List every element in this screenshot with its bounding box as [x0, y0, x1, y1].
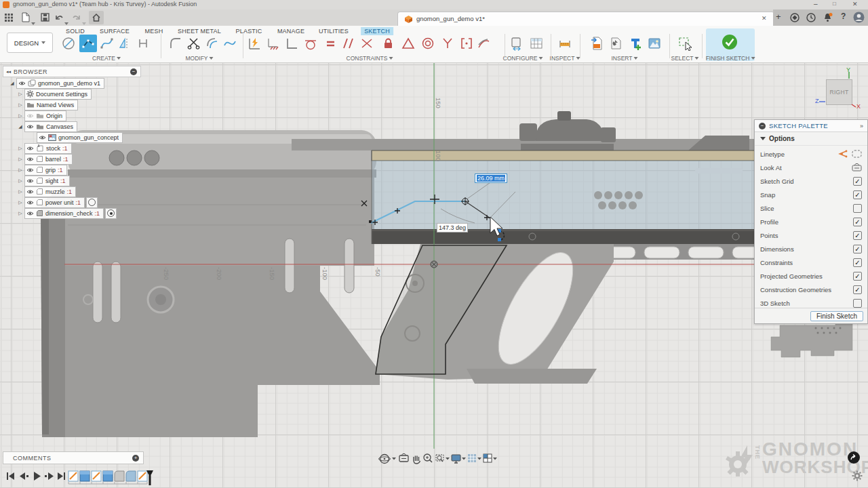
- step-forward-icon[interactable]: [45, 472, 54, 480]
- timeline-feature-fillet[interactable]: [115, 471, 124, 481]
- eye-icon[interactable]: [26, 157, 34, 162]
- expander-icon[interactable]: ▷: [16, 167, 24, 173]
- tangent-icon[interactable]: [302, 35, 319, 52]
- help-icon[interactable]: ?: [841, 12, 846, 21]
- expander-expanded-icon[interactable]: ◢: [16, 124, 24, 129]
- group-select[interactable]: SELECT: [671, 55, 698, 62]
- expander-icon[interactable]: ▷: [16, 200, 24, 205]
- eye-icon[interactable]: [26, 211, 34, 216]
- 3d-sketch-checkbox[interactable]: [853, 299, 862, 308]
- look-at-icon[interactable]: [852, 163, 862, 171]
- axis-y-label[interactable]: Y: [846, 66, 850, 73]
- job-status-icon[interactable]: [806, 13, 816, 22]
- file-menu-icon[interactable]: [22, 12, 30, 22]
- palette-header[interactable]: − SKETCH PALETTE »: [755, 120, 867, 132]
- zoom-icon[interactable]: [424, 454, 432, 462]
- create-circle-icon[interactable]: [60, 35, 77, 52]
- close-tab-icon[interactable]: ✕: [762, 15, 767, 22]
- group-constraints[interactable]: CONSTRAINTS: [347, 55, 393, 62]
- axis-x-label[interactable]: X: [856, 103, 861, 110]
- perpendicular-triangle-icon[interactable]: [399, 35, 417, 52]
- browser-item-document-settings[interactable]: ▷ Document Settings: [16, 89, 92, 99]
- configuration-table-icon[interactable]: [528, 35, 545, 52]
- display-settings-icon[interactable]: [452, 455, 460, 463]
- browser-item-root[interactable]: ◢ gnomon_gun_demo v1: [8, 78, 104, 88]
- insert-mesh-icon[interactable]: [607, 35, 625, 52]
- close-button[interactable]: ✕: [852, 1, 858, 7]
- insert-svg-icon[interactable]: [588, 35, 606, 52]
- modify-trim-icon[interactable]: [185, 35, 203, 52]
- eye-icon[interactable]: [18, 81, 26, 86]
- browser-item-named-views[interactable]: ▷ Named Views: [16, 100, 78, 110]
- comments-options-icon[interactable]: +: [132, 455, 139, 462]
- dimensions-checkbox[interactable]: ✓: [853, 245, 862, 253]
- group-finish-sketch[interactable]: FINISH SKETCH: [706, 55, 755, 62]
- browser-item-sight[interactable]: ▷ sight:1: [16, 176, 70, 186]
- fit-icon[interactable]: [436, 455, 443, 462]
- skip-start-icon[interactable]: [7, 472, 14, 480]
- design-workspace-menu[interactable]: DESIGN: [7, 33, 53, 53]
- viewports-caret[interactable]: [493, 458, 497, 460]
- sketch-dimension-icon[interactable]: [245, 35, 263, 52]
- palette-options-icon[interactable]: −: [759, 123, 766, 129]
- collinear-icon[interactable]: [358, 35, 376, 52]
- comments-panel[interactable]: COMMENTS +: [3, 451, 144, 464]
- profile-avatar[interactable]: [853, 12, 865, 23]
- eye-icon[interactable]: [39, 135, 46, 140]
- options-section-header[interactable]: Options: [755, 132, 867, 146]
- dimension-input[interactable]: 26.09 mm: [475, 174, 507, 183]
- expander-icon[interactable]: ▷: [16, 113, 24, 119]
- curvature-icon[interactable]: [475, 35, 493, 52]
- timeline-feature-extrude[interactable]: [80, 471, 90, 481]
- finish-sketch-button[interactable]: Finish Sketch: [810, 311, 863, 321]
- browser-item-stock[interactable]: ▷ stock:1: [16, 143, 72, 153]
- eye-icon[interactable]: [26, 146, 34, 151]
- display-caret[interactable]: [462, 458, 466, 460]
- coincident-icon[interactable]: [439, 35, 456, 52]
- data-panel-grid-icon[interactable]: [4, 13, 14, 22]
- points-checkbox[interactable]: ✓: [853, 231, 862, 240]
- timeline-feature-sketch[interactable]: [138, 471, 147, 481]
- save-icon[interactable]: [41, 13, 50, 22]
- axis-z-label[interactable]: Z: [815, 98, 819, 104]
- eye-icon[interactable]: [26, 178, 34, 184]
- expander-expanded-icon[interactable]: ◢: [8, 81, 16, 86]
- eye-icon[interactable]: [26, 124, 34, 129]
- orbit-icon[interactable]: [379, 455, 391, 464]
- expander-icon[interactable]: ▷: [16, 189, 24, 195]
- modify-curve-icon[interactable]: [221, 35, 239, 52]
- document-tab[interactable]: gnomon_gun_demo v1* ✕: [397, 12, 774, 26]
- minimize-button[interactable]: –: [814, 0, 818, 7]
- group-inspect[interactable]: INSPECT: [550, 55, 580, 62]
- timeline-feature-extrude[interactable]: [103, 471, 113, 481]
- finish-sketch-icon[interactable]: [721, 33, 738, 51]
- look-at-nav-icon[interactable]: [399, 454, 408, 462]
- eye-icon[interactable]: [26, 167, 34, 173]
- activate-radio-unchecked[interactable]: [86, 197, 98, 208]
- measure-icon[interactable]: [556, 35, 574, 52]
- expander-icon[interactable]: ▷: [16, 92, 24, 97]
- group-modify[interactable]: MODIFY: [185, 55, 213, 62]
- modify-offset-icon[interactable]: [203, 35, 221, 52]
- browser-item-dimension-check[interactable]: ▷ dimension_check:1: [16, 208, 117, 218]
- create-slot-icon[interactable]: [134, 35, 152, 52]
- notifications-bell-icon[interactable]: [823, 12, 833, 23]
- eye-icon[interactable]: [26, 200, 34, 205]
- construction-linetype-icon[interactable]: [837, 150, 848, 158]
- horizontal-vertical-icon[interactable]: [283, 35, 300, 52]
- create-mirror-icon[interactable]: [116, 35, 134, 52]
- home-button[interactable]: [89, 11, 104, 24]
- configure-icon[interactable]: [508, 35, 526, 52]
- slice-checkbox[interactable]: [853, 204, 862, 213]
- eye-hidden-icon[interactable]: [26, 113, 34, 119]
- step-back-icon[interactable]: [20, 472, 28, 480]
- projected-geometries-checkbox[interactable]: ✓: [853, 272, 862, 281]
- skip-end-icon[interactable]: [58, 472, 65, 480]
- grid-settings-icon[interactable]: [468, 454, 476, 462]
- centerline-linetype-icon[interactable]: [852, 150, 862, 158]
- sketch-grid-checkbox[interactable]: ✓: [853, 177, 862, 186]
- expander-icon[interactable]: ▷: [16, 146, 24, 151]
- construction-geometries-checkbox[interactable]: ✓: [853, 285, 862, 294]
- browser-options-icon[interactable]: −: [130, 68, 137, 75]
- parallel-icon[interactable]: [340, 35, 357, 52]
